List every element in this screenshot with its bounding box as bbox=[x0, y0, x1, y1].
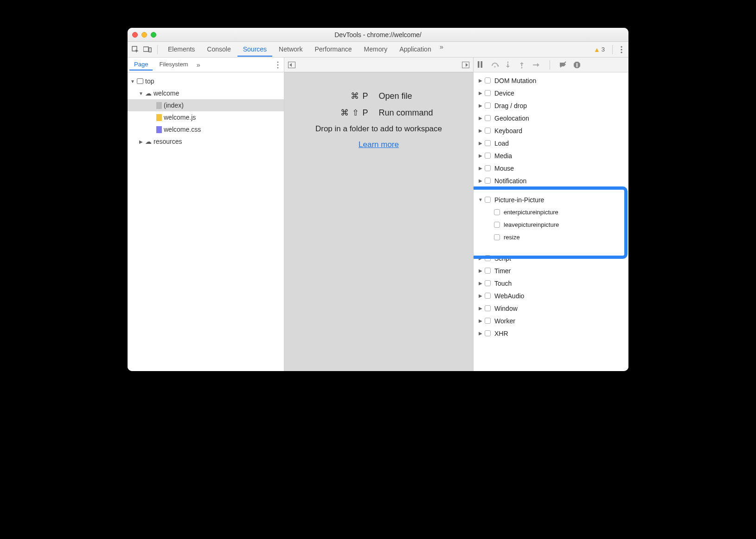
checkbox[interactable] bbox=[485, 77, 491, 83]
checkbox[interactable] bbox=[485, 318, 491, 324]
tree-item-top[interactable]: ▼ top bbox=[128, 75, 284, 87]
tab-elements[interactable]: Elements bbox=[162, 43, 200, 57]
checkbox[interactable] bbox=[485, 255, 491, 261]
svg-rect-18 bbox=[577, 63, 577, 67]
bp-category-drag-drop[interactable]: ▶Drag / drop bbox=[474, 99, 628, 112]
css-file-icon bbox=[156, 126, 162, 133]
tree-label: resources bbox=[154, 138, 182, 145]
deactivate-breakpoints-icon[interactable] bbox=[559, 61, 567, 69]
bp-category-timer[interactable]: ▶Timer bbox=[474, 264, 628, 277]
bp-category-keyboard[interactable]: ▶Keyboard bbox=[474, 124, 628, 137]
checkbox[interactable] bbox=[485, 197, 491, 203]
svg-rect-10 bbox=[481, 61, 483, 68]
svg-rect-9 bbox=[478, 61, 480, 68]
bp-category-webaudio[interactable]: ▶WebAudio bbox=[474, 289, 628, 302]
learn-more-link[interactable]: Learn more bbox=[359, 140, 399, 149]
checkbox[interactable] bbox=[485, 330, 491, 336]
step-out-icon[interactable] bbox=[519, 61, 526, 69]
checkbox[interactable] bbox=[485, 305, 491, 311]
tree-label: welcome bbox=[154, 90, 179, 97]
pane-tabs-overflow-icon[interactable]: » bbox=[195, 61, 202, 69]
step-into-icon[interactable] bbox=[505, 61, 513, 69]
device-toolbar-icon[interactable] bbox=[142, 45, 153, 55]
bp-category-media[interactable]: ▶Media bbox=[474, 149, 628, 162]
nav-next-icon[interactable] bbox=[462, 62, 469, 68]
main-toolbar: Elements Console Sources Network Perform… bbox=[128, 42, 628, 58]
checkbox[interactable] bbox=[494, 209, 500, 215]
tab-network[interactable]: Network bbox=[273, 43, 308, 57]
bp-label: Media bbox=[494, 152, 512, 160]
tab-memory[interactable]: Memory bbox=[359, 43, 393, 57]
tab-performance[interactable]: Performance bbox=[309, 43, 357, 57]
checkbox[interactable] bbox=[485, 90, 491, 96]
tree-item-resources[interactable]: ▶ ☁ resources bbox=[128, 135, 284, 148]
checkbox[interactable] bbox=[485, 280, 491, 286]
bp-category-device[interactable]: ▶Device bbox=[474, 87, 628, 99]
bp-category-notification[interactable]: ▶Notification bbox=[474, 174, 628, 187]
tree-item-index[interactable]: (index) bbox=[128, 99, 284, 111]
checkbox[interactable] bbox=[485, 293, 491, 299]
bp-category-worker[interactable]: ▶Worker bbox=[474, 314, 628, 327]
editor-pane: ⌘ P Open file ⌘ ⇧ P Run command Drop in … bbox=[284, 58, 474, 371]
checkbox[interactable] bbox=[485, 140, 491, 146]
pause-on-exceptions-icon[interactable] bbox=[573, 61, 581, 69]
tree-item-welcome-js[interactable]: welcome.js bbox=[128, 111, 284, 123]
checkbox[interactable] bbox=[485, 115, 491, 121]
settings-menu-icon[interactable] bbox=[617, 46, 626, 53]
checkbox[interactable] bbox=[485, 128, 491, 134]
svg-point-7 bbox=[277, 64, 279, 65]
bp-category-load[interactable]: ▶Load bbox=[474, 137, 628, 149]
svg-point-5 bbox=[621, 51, 622, 53]
tab-application[interactable]: Application bbox=[394, 43, 437, 57]
bp-category-touch[interactable]: ▶Touch bbox=[474, 277, 628, 289]
svg-point-14 bbox=[521, 67, 523, 68]
bp-event-leavepictureinpicture[interactable]: leavepictureinpicture bbox=[474, 218, 628, 231]
bp-label: resize bbox=[504, 234, 520, 241]
checkbox[interactable] bbox=[485, 268, 491, 274]
bp-category-script[interactable]: ▶Script bbox=[474, 252, 628, 264]
step-over-icon[interactable] bbox=[491, 61, 499, 69]
bp-label: Script bbox=[494, 255, 511, 262]
nav-prev-icon[interactable] bbox=[288, 62, 295, 68]
bp-category-dom-mutation[interactable]: ▶DOM Mutation bbox=[474, 74, 628, 87]
bp-label: Timer bbox=[494, 267, 511, 275]
tab-sources[interactable]: Sources bbox=[237, 43, 272, 57]
debugger-pane: ▶DOM Mutation ▶Device ▶Drag / drop ▶Geol… bbox=[474, 58, 628, 371]
bp-label: XHR bbox=[494, 330, 508, 337]
event-listener-breakpoints: ▶DOM Mutation ▶Device ▶Drag / drop ▶Geol… bbox=[474, 72, 628, 371]
bp-label: Device bbox=[494, 90, 514, 97]
svg-point-6 bbox=[277, 61, 279, 63]
editor-placeholder: ⌘ P Open file ⌘ ⇧ P Run command Drop in … bbox=[284, 72, 473, 371]
step-icon[interactable] bbox=[533, 61, 540, 69]
bp-category-geolocation[interactable]: ▶Geolocation bbox=[474, 112, 628, 124]
bp-event-resize[interactable]: resize bbox=[474, 231, 628, 244]
editor-tabbar bbox=[284, 58, 473, 72]
bp-label: leavepictureinpicture bbox=[504, 221, 559, 228]
tree-item-welcome-css[interactable]: welcome.css bbox=[128, 123, 284, 135]
pane-tab-filesystem[interactable]: Filesystem bbox=[154, 59, 192, 71]
bp-label: Drag / drop bbox=[494, 102, 527, 109]
navigator-menu-icon[interactable] bbox=[274, 61, 282, 69]
main-tabs: Elements Console Sources Network Perform… bbox=[162, 43, 589, 57]
bp-event-enterpictureinpicture[interactable]: enterpictureinpicture bbox=[474, 206, 628, 218]
pause-icon[interactable] bbox=[477, 61, 485, 69]
bp-category-mouse[interactable]: ▶Mouse bbox=[474, 162, 628, 174]
file-tree: ▼ top ▼ ☁ welcome (index) welco bbox=[128, 72, 284, 148]
warnings-badge[interactable]: ▲ 3 bbox=[591, 46, 608, 53]
bp-category-xhr[interactable]: ▶XHR bbox=[474, 327, 628, 340]
checkbox[interactable] bbox=[494, 222, 500, 228]
checkbox[interactable] bbox=[485, 153, 491, 159]
tab-console[interactable]: Console bbox=[201, 43, 236, 57]
tree-item-welcome[interactable]: ▼ ☁ welcome bbox=[128, 87, 284, 99]
disclosure-triangle-icon: ▼ bbox=[139, 91, 143, 96]
pane-tab-page[interactable]: Page bbox=[129, 59, 153, 71]
checkbox[interactable] bbox=[485, 165, 491, 171]
tabs-overflow-icon[interactable]: » bbox=[438, 43, 445, 57]
bp-category-window[interactable]: ▶Window bbox=[474, 302, 628, 314]
checkbox[interactable] bbox=[485, 178, 491, 184]
bp-category-picture-in-picture[interactable]: ▼Picture-in-Picture bbox=[474, 193, 628, 206]
checkbox[interactable] bbox=[485, 103, 491, 109]
inspect-element-icon[interactable] bbox=[130, 45, 141, 55]
navigator-tabs: Page Filesystem » bbox=[128, 58, 284, 72]
checkbox[interactable] bbox=[494, 234, 500, 240]
